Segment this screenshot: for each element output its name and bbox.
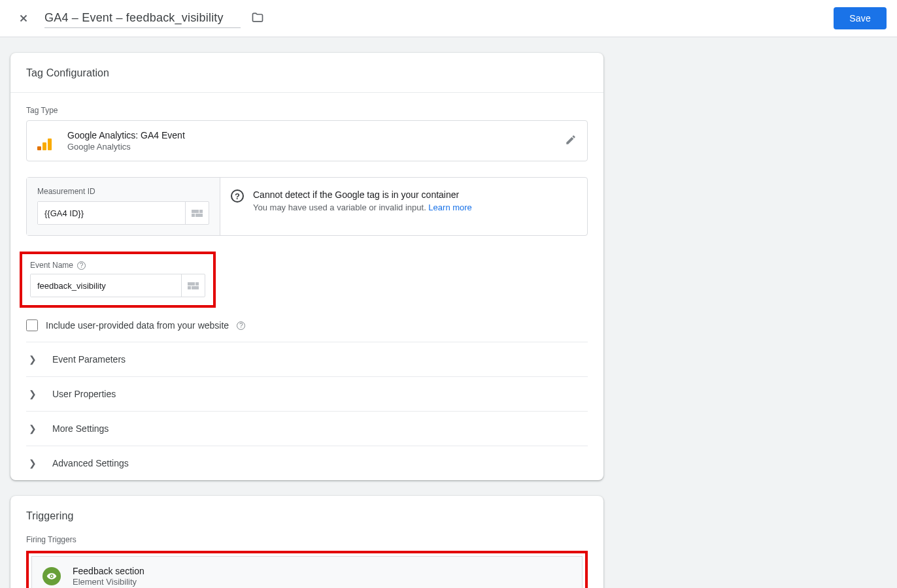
- folder-icon: [251, 11, 264, 24]
- variable-icon: [192, 210, 203, 217]
- include-upd-row[interactable]: Include user-provided data from your web…: [26, 317, 588, 342]
- chevron-right-icon: ❯: [29, 389, 37, 399]
- variable-picker-button[interactable]: [181, 274, 205, 297]
- warning-body-text: You may have used a variable or invalid …: [253, 203, 428, 212]
- tag-type-label: Tag Type: [26, 106, 588, 115]
- tag-detection-warning: ? Cannot detect if the Google tag is in …: [220, 178, 587, 235]
- event-name-input[interactable]: [31, 274, 181, 297]
- page-header: Save: [0, 0, 897, 37]
- event-name-highlight: Event Name ?: [20, 252, 216, 308]
- chevron-right-icon: ❯: [29, 423, 37, 434]
- visibility-trigger-icon: [42, 567, 61, 585]
- main-content: Tag Configuration Tag Type Google Analyt…: [0, 37, 897, 588]
- expand-more-settings[interactable]: ❯ More Settings: [26, 411, 588, 446]
- include-upd-label: Include user-provided data from your web…: [46, 320, 229, 331]
- close-icon: [18, 12, 29, 24]
- variable-icon: [188, 282, 199, 289]
- tag-title-input[interactable]: [44, 8, 241, 28]
- expand-advanced-settings[interactable]: ❯ Advanced Settings: [26, 446, 588, 480]
- chevron-right-icon: ❯: [29, 458, 37, 468]
- close-button[interactable]: [10, 5, 37, 31]
- tag-configuration-card: Tag Configuration Tag Type Google Analyt…: [10, 53, 603, 480]
- expand-user-properties[interactable]: ❯ User Properties: [26, 376, 588, 411]
- variable-picker-button[interactable]: [185, 202, 209, 224]
- include-upd-checkbox[interactable]: [26, 319, 38, 331]
- trigger-name: Feedback section: [73, 566, 144, 576]
- help-icon: ?: [231, 189, 244, 203]
- expand-event-parameters[interactable]: ❯ Event Parameters: [26, 342, 588, 376]
- learn-more-link[interactable]: Learn more: [428, 203, 471, 212]
- google-analytics-icon: [37, 132, 56, 150]
- tag-type-selector[interactable]: Google Analytics: GA4 Event Google Analy…: [26, 120, 588, 161]
- trigger-highlight: Feedback section Element Visibility: [26, 551, 588, 588]
- edit-tag-type-button[interactable]: [565, 134, 577, 148]
- trigger-row[interactable]: Feedback section Element Visibility: [31, 556, 583, 588]
- trigger-type: Element Visibility: [73, 577, 144, 587]
- firing-triggers-label: Firing Triggers: [26, 535, 588, 544]
- warning-title: Cannot detect if the Google tag is in yo…: [253, 189, 577, 200]
- tag-type-name: Google Analytics: GA4 Event: [67, 130, 565, 140]
- measurement-id-input[interactable]: [38, 202, 185, 224]
- chevron-right-icon: ❯: [29, 354, 37, 365]
- folder-button[interactable]: [251, 11, 264, 26]
- tag-type-provider: Google Analytics: [67, 142, 565, 152]
- event-name-label: Event Name ?: [30, 261, 205, 270]
- tag-config-title: Tag Configuration: [10, 53, 603, 93]
- save-button[interactable]: Save: [834, 7, 887, 29]
- help-icon[interactable]: ?: [77, 261, 86, 270]
- triggering-card: Triggering Firing Triggers Feedback sect…: [10, 496, 603, 588]
- measurement-id-field: Measurement ID: [27, 178, 220, 235]
- help-icon[interactable]: ?: [237, 321, 245, 330]
- pencil-icon: [565, 134, 577, 146]
- eye-icon: [46, 571, 57, 581]
- measurement-id-label: Measurement ID: [37, 187, 209, 196]
- triggering-title: Triggering: [10, 496, 603, 522]
